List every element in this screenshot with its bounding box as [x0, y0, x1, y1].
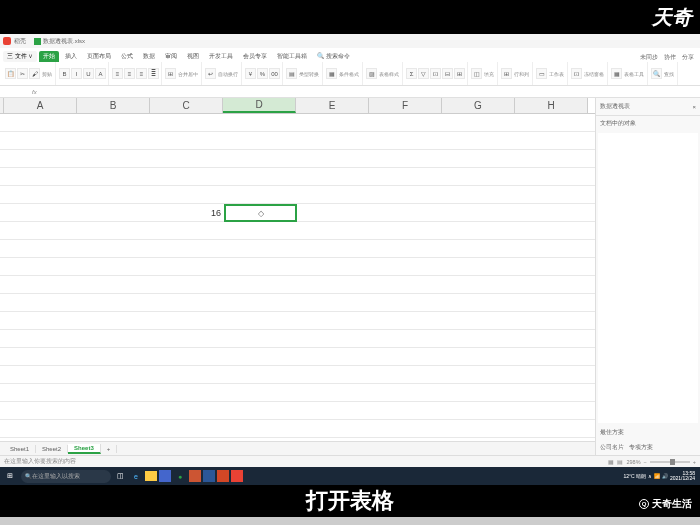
toolbar-button[interactable]: A [95, 68, 106, 79]
spreadsheet-app: 稻壳 数据透视表.xlsx 三 文件 ∨ 开始 插入 页面布局 公式 数据 审阅… [0, 34, 700, 485]
status-bar: 在这里输入你要搜索的内容 ▦ ▤ 298% − + [0, 455, 700, 467]
toolbar-button[interactable]: I [71, 68, 82, 79]
cell-c[interactable]: 16 [151, 204, 224, 222]
tab-home[interactable]: 开始 [39, 51, 59, 62]
toolbar-button[interactable]: 📋 [5, 68, 16, 79]
app-icon-1[interactable] [159, 470, 171, 482]
cell-grid[interactable]: 16 ◇ [0, 114, 595, 441]
toolbar-button[interactable]: ▽ [418, 68, 429, 79]
collab-button[interactable]: 协作 [664, 53, 676, 62]
word-icon[interactable] [203, 470, 215, 482]
tray-icon[interactable]: ∧ [648, 473, 652, 479]
col-d[interactable]: D [223, 98, 296, 113]
toolbar-group-label: 类型转换 [298, 71, 320, 77]
panel-footer-title: 最佳方案 [596, 425, 700, 440]
toolbar-button[interactable]: ¥ [245, 68, 256, 79]
toolbar-button[interactable]: 00 [269, 68, 280, 79]
view-icon-2[interactable]: ▤ [617, 459, 623, 465]
tab-layout[interactable]: 页面布局 [83, 51, 115, 62]
tab-formula[interactable]: 公式 [117, 51, 137, 62]
toolbar-group-label: 查找 [663, 71, 675, 77]
taskbar-search[interactable]: 🔍 在这里输入以搜索 [21, 470, 111, 483]
sheet1-tab[interactable]: Sheet1 [4, 445, 36, 453]
toolbar-button[interactable]: ⊡ [571, 68, 582, 79]
watermark: Q 天奇生活 [639, 497, 692, 511]
toolbar-button[interactable]: % [257, 68, 268, 79]
add-sheet-button[interactable]: + [101, 445, 118, 453]
col-g[interactable]: G [442, 98, 515, 113]
wps-icon[interactable] [231, 470, 243, 482]
zoom-out-button[interactable]: − [644, 459, 647, 465]
wechat-icon[interactable]: ● [173, 469, 187, 483]
sheet3-tab[interactable]: Sheet3 [68, 444, 101, 454]
document-tab[interactable]: 数据透视表.xlsx [34, 37, 85, 46]
toolbar-button[interactable]: ⊞ [165, 68, 176, 79]
close-icon[interactable]: × [692, 104, 696, 110]
toolbar-button[interactable]: U [83, 68, 94, 79]
panel-footer-links: 公司名片 专项方案 [596, 440, 700, 455]
tab-tools[interactable]: 智能工具箱 [273, 51, 311, 62]
sync-status[interactable]: 未同步 [640, 53, 658, 62]
zoom-in-button[interactable]: + [693, 459, 696, 465]
speaker-icon[interactable]: 🔊 [662, 473, 668, 479]
col-b[interactable]: B [77, 98, 150, 113]
toolbar-button[interactable]: ▦ [611, 68, 622, 79]
zoom-slider[interactable] [650, 461, 690, 463]
task-view-icon[interactable]: ◫ [113, 469, 127, 483]
toolbar-button[interactable]: Σ [406, 68, 417, 79]
toolbar-button[interactable]: ⊞ [501, 68, 512, 79]
clock[interactable]: 13:58 2021/12/24 [670, 471, 697, 482]
tab-review[interactable]: 审阅 [161, 51, 181, 62]
toolbar-button[interactable]: 🔍 [651, 68, 662, 79]
toolbar-button[interactable]: ⊟ [442, 68, 453, 79]
toolbar-button[interactable]: 🖌 [29, 68, 40, 79]
fx-icon[interactable]: fx [28, 89, 41, 95]
toolbar-button[interactable]: ≡ [112, 68, 123, 79]
wifi-icon[interactable]: 📶 [654, 473, 660, 479]
tab-insert[interactable]: 插入 [61, 51, 81, 62]
toolbar-group-label: 剪贴 [41, 71, 53, 77]
panel-body [598, 133, 698, 423]
tab-data[interactable]: 数据 [139, 51, 159, 62]
share-button[interactable]: 分享 [682, 53, 694, 62]
col-a[interactable]: A [4, 98, 77, 113]
app-icon-2[interactable] [189, 470, 201, 482]
formula-bar: fx [0, 86, 700, 98]
active-cell[interactable]: ◇ [224, 204, 297, 222]
toolbar-button[interactable]: ▭ [536, 68, 547, 79]
col-e[interactable]: E [296, 98, 369, 113]
sheet2-tab[interactable]: Sheet2 [36, 445, 68, 453]
edge-icon[interactable]: e [129, 469, 143, 483]
toolbar-button[interactable]: ⊞ [454, 68, 465, 79]
toolbar-button[interactable]: ≡ [124, 68, 135, 79]
file-name: 数据透视表.xlsx [43, 37, 85, 46]
ppt-icon[interactable] [217, 470, 229, 482]
toolbar-button[interactable]: B [59, 68, 70, 79]
start-button[interactable]: ⊞ [3, 469, 17, 483]
toolbar-button[interactable]: ▤ [286, 68, 297, 79]
toolbar-button[interactable]: ⊡ [430, 68, 441, 79]
zoom-level[interactable]: 298% [626, 459, 640, 465]
tab-vip[interactable]: 会员专享 [239, 51, 271, 62]
toolbar-button[interactable]: ↩ [205, 68, 216, 79]
tab-dev[interactable]: 开发工具 [205, 51, 237, 62]
app-label: 稻壳 [14, 37, 26, 46]
toolbar-button[interactable]: ▨ [366, 68, 377, 79]
toolbar-button[interactable]: ✂ [17, 68, 28, 79]
tab-view[interactable]: 视图 [183, 51, 203, 62]
col-h[interactable]: H [515, 98, 588, 113]
toolbar-button[interactable]: ≡ [136, 68, 147, 79]
column-headers: A B C D E F G H [0, 98, 595, 114]
col-f[interactable]: F [369, 98, 442, 113]
toolbar-button[interactable]: ▦ [326, 68, 337, 79]
view-icon[interactable]: ▦ [608, 459, 614, 465]
toolbar-button[interactable]: ≣ [148, 68, 159, 79]
sheet-tabs: Sheet1 Sheet2 Sheet3 + [0, 441, 595, 455]
ribbon-extras: 未同步 协作 分享 [640, 53, 700, 62]
search-commands[interactable]: 🔍 搜索命令 [313, 51, 354, 62]
file-menu[interactable]: 三 文件 ∨ [3, 51, 37, 62]
toolbar-button[interactable]: ◫ [471, 68, 482, 79]
col-c[interactable]: C [150, 98, 223, 113]
weather-widget[interactable]: 12°C 晴朗 [623, 473, 646, 479]
explorer-icon[interactable] [145, 471, 157, 481]
